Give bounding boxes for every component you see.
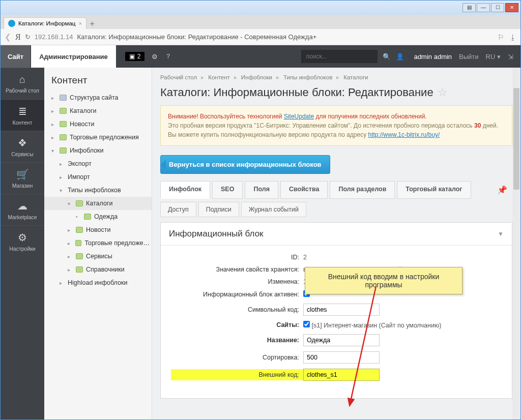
tab-Поля[interactable]: Поля <box>245 181 278 199</box>
help-icon[interactable]: ？ <box>165 52 171 61</box>
props-label: Значения свойств хранятся: <box>171 266 303 273</box>
browser-home-icon[interactable]: Я <box>15 33 21 42</box>
tree-item[interactable]: ▸Торговые предложения <box>44 131 152 144</box>
user-icon: 👤 <box>396 53 404 61</box>
folder-icon <box>60 147 67 154</box>
siteupdate-link[interactable]: SiteUpdate <box>284 113 314 120</box>
window-maximize-button[interactable]: ☐ <box>491 3 504 12</box>
crumb-item[interactable]: Инфоблоки <box>241 74 272 80</box>
tree-item[interactable]: ▾Каталоги <box>44 197 152 210</box>
back-to-list-button[interactable]: Вернуться в список информационных блоков <box>160 155 330 174</box>
gear-icon[interactable]: ⚙ <box>152 53 158 61</box>
search-input[interactable] <box>301 50 378 63</box>
iconcol-item-контент[interactable]: ≣Контент <box>1 99 44 131</box>
pin-icon[interactable]: 📌 <box>492 181 512 199</box>
admin-topbar: Сайт Администрирование ▣ 2 ⚙ ？ 🔍 👤 admin… <box>1 45 520 68</box>
nav-back-icon[interactable]: ❮ <box>5 33 11 42</box>
window-close-button[interactable]: ✕ <box>505 3 518 12</box>
site-icon <box>60 95 67 101</box>
tree-item[interactable]: ▸Сервисы <box>44 250 152 263</box>
tree-item[interactable]: ▸Highload инфоблоки <box>44 276 152 289</box>
download-icon[interactable]: ⭳ <box>509 33 516 41</box>
changed-label: Изменена: <box>171 278 303 285</box>
tree-item[interactable]: ▸Справочники <box>44 263 152 276</box>
iconcol-item-рабочий стол[interactable]: ⌂Рабочий стол <box>1 68 44 99</box>
crumb-item[interactable]: Контент <box>208 74 230 80</box>
tree-item[interactable]: ▸Торговые предложе… <box>44 236 152 250</box>
tree-arrow-icon: ▾ <box>51 148 56 154</box>
tree-arrow-icon: ▸ <box>51 122 56 127</box>
tree-item[interactable]: ▾Типы инфоблоков <box>44 184 152 197</box>
tree-arrow-icon: ▸ <box>68 241 72 246</box>
tab-close-icon[interactable]: × <box>78 20 82 26</box>
external-code-input[interactable] <box>303 369 380 381</box>
user-name[interactable]: admin admin <box>414 53 452 61</box>
buy-link[interactable]: http://www.1c-bitrix.ru/buy/ <box>368 131 440 138</box>
code-label: Символьный код: <box>171 306 303 313</box>
code-input[interactable] <box>303 304 380 316</box>
tab-Поля разделов[interactable]: Поля разделов <box>330 181 395 199</box>
tab-Доступ[interactable]: Доступ <box>160 202 196 217</box>
iconcol-item-магазин[interactable]: 🛒Магазин <box>1 162 44 194</box>
tab-SEO[interactable]: SEO <box>212 181 243 199</box>
active-label: Информационный блок активен: <box>171 291 303 298</box>
iconcol-item-marketplace[interactable]: ☁Marketplace <box>1 194 44 225</box>
crumb-item[interactable]: Каталоги <box>343 74 368 80</box>
window-minimize-button[interactable]: — <box>477 3 490 12</box>
sort-label: Сортировка: <box>171 354 303 361</box>
pin-icon[interactable]: ⇲ <box>508 53 513 61</box>
tab-Торговый каталог[interactable]: Торговый каталог <box>397 181 471 199</box>
content-area: Рабочий стол▸Контент▸Инфоблоки▸Типы инфо… <box>152 68 520 419</box>
window-tray-icon[interactable]: ▤ <box>462 3 476 12</box>
admin-tab[interactable]: Администрирование <box>31 45 116 68</box>
alert-warning: Внимание! Воспользуйтесь технологией <box>168 113 282 120</box>
address-bar: ❮ Я ↻ 192.168.1.14 Каталоги: Информацион… <box>1 29 520 45</box>
id-value: 2 <box>303 254 502 261</box>
iconcol-item-сервисы[interactable]: ❖Сервисы <box>1 131 44 162</box>
tab-Подписи[interactable]: Подписи <box>198 202 239 217</box>
tab-Инфоблок[interactable]: Инфоблок <box>160 181 210 199</box>
name-input[interactable] <box>303 334 380 346</box>
reload-icon[interactable]: ↻ <box>25 33 31 41</box>
notifications-badge[interactable]: ▣ 2 <box>125 52 145 61</box>
folder-icon <box>84 214 91 220</box>
browser-tab[interactable]: Каталоги: Информац × <box>4 17 86 29</box>
tree-arrow-icon: ▸ <box>51 135 56 140</box>
bookmark-icon[interactable]: ⚐ <box>498 33 504 41</box>
tree-item[interactable]: ▸Новости <box>44 223 152 236</box>
tree-arrow-icon: ▸ <box>68 267 73 273</box>
external-code-label: Внешний код: <box>171 369 303 380</box>
tree-arrow-icon: ▸ <box>60 174 65 180</box>
sort-input[interactable] <box>303 351 380 364</box>
name-label: Название: <box>171 337 303 344</box>
Сервисы-icon: ❖ <box>18 137 27 149</box>
site-checkbox[interactable] <box>303 321 310 327</box>
lang-switch[interactable]: RU ▾ <box>486 53 501 61</box>
scrollbar-thumb[interactable] <box>513 88 519 190</box>
favorite-star-icon[interactable]: ☆ <box>438 86 448 99</box>
tab-Журнал событий[interactable]: Журнал событий <box>241 202 306 217</box>
tabs-row-1: ИнфоблокSEOПоляСвойстваПоля разделовТорг… <box>160 181 512 199</box>
iconcol-item-настройки[interactable]: ⚙Настройки <box>1 225 44 257</box>
tab-Свойства[interactable]: Свойства <box>280 181 328 199</box>
tree-arrow-icon: ▸ <box>68 227 73 233</box>
collapse-icon[interactable]: ▼ <box>498 230 504 237</box>
crumb-item[interactable]: Рабочий стол <box>160 74 197 80</box>
tree-arrow-icon: • <box>76 214 81 220</box>
tree-item[interactable]: ▸Экспорт <box>44 157 152 170</box>
tree-item[interactable]: ▾Инфоблоки <box>44 144 152 157</box>
url-host[interactable]: 192.168.1.14 <box>35 33 73 41</box>
folder-icon <box>60 121 67 127</box>
logout-link[interactable]: Выйти <box>459 53 479 61</box>
tree-item[interactable]: ▸Новости <box>44 117 152 131</box>
search-icon[interactable]: 🔍 <box>383 53 391 61</box>
tree-item[interactable]: ▸Структура сайта <box>44 91 152 104</box>
tree-item[interactable]: ▸Импорт <box>44 170 152 184</box>
tree-panel: Контент ▸Структура сайта▸Каталоги▸Новост… <box>44 68 152 419</box>
tree-item[interactable]: •Одежда <box>44 210 152 223</box>
tree-item[interactable]: ▸Каталоги <box>44 104 152 117</box>
new-tab-button[interactable]: + <box>88 20 97 29</box>
site-tab[interactable]: Сайт <box>1 45 31 68</box>
vertical-scrollbar[interactable] <box>512 68 520 419</box>
crumb-item[interactable]: Типы инфоблоков <box>283 74 332 80</box>
